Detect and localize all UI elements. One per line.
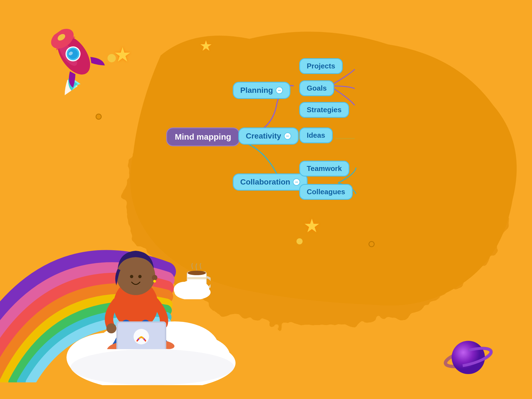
svg-point-35 xyxy=(452,341,485,374)
planet xyxy=(443,332,493,377)
strategies-label: Strategies xyxy=(307,106,342,114)
node-projects[interactable]: Projects xyxy=(299,58,343,74)
projects-label: Projects xyxy=(307,62,335,70)
collaboration-minus[interactable]: − xyxy=(293,178,300,186)
node-center[interactable]: Mind mapping xyxy=(166,127,240,146)
circle-3 xyxy=(296,238,303,244)
node-collaboration[interactable]: Collaboration − xyxy=(233,173,308,191)
circle-4 xyxy=(369,241,375,247)
node-creativity[interactable]: Creativity − xyxy=(238,127,299,145)
node-planning[interactable]: Planning − xyxy=(233,82,290,99)
planning-label: Planning xyxy=(240,86,273,95)
node-colleagues[interactable]: Colleagues xyxy=(299,184,353,200)
node-ideas[interactable]: Ideas xyxy=(299,127,333,143)
svg-point-11 xyxy=(152,275,157,280)
star-2: ★ xyxy=(200,37,213,54)
planning-minus[interactable]: − xyxy=(276,87,283,94)
node-strategies[interactable]: Strategies xyxy=(299,102,349,118)
svg-point-22 xyxy=(188,271,206,275)
teamwork-label: Teamwork xyxy=(307,164,342,173)
circle-1 xyxy=(108,54,116,62)
goals-label: Goals xyxy=(307,84,327,92)
star-1: ★ xyxy=(114,43,132,66)
svg-point-9 xyxy=(130,275,133,278)
ideas-label: Ideas xyxy=(307,131,325,139)
svg-point-13 xyxy=(106,323,116,333)
svg-point-26 xyxy=(180,280,202,295)
circle-2 xyxy=(96,114,102,120)
svg-point-12 xyxy=(153,280,156,283)
svg-point-10 xyxy=(138,275,142,278)
coffee-cloud xyxy=(172,277,213,299)
creativity-label: Creativity xyxy=(246,132,281,140)
svg-point-8 xyxy=(116,256,155,295)
star-3: ★ xyxy=(303,215,320,237)
svg-point-6 xyxy=(71,349,234,385)
colleagues-label: Colleagues xyxy=(307,188,345,196)
creativity-minus[interactable]: − xyxy=(284,132,291,140)
node-goals[interactable]: Goals xyxy=(299,80,334,96)
node-teamwork[interactable]: Teamwork xyxy=(299,161,349,177)
collaboration-label: Collaboration xyxy=(240,178,290,186)
